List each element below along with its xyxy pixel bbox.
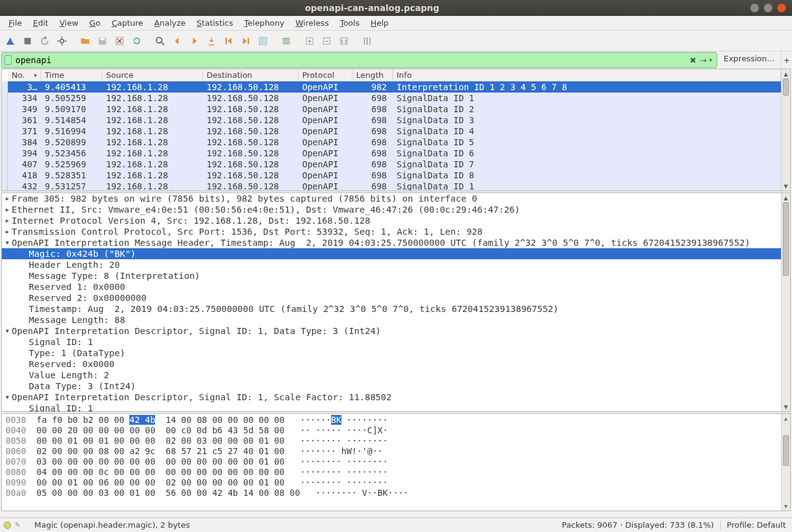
back-icon[interactable] (169, 33, 185, 49)
packet-list-scrollbar[interactable]: ▲▼ (781, 69, 790, 191)
detail-line[interactable]: Message Length: 88 (2, 314, 781, 325)
detail-line[interactable]: Reserved 1: 0x0000 (2, 281, 781, 292)
zoom-out-icon[interactable]: − (319, 33, 335, 49)
hex-row[interactable]: 0030 fa f0 b0 b2 00 00 42 4b 14 00 08 00… (6, 415, 777, 425)
save-icon[interactable] (94, 33, 110, 49)
forward-icon[interactable] (186, 33, 202, 49)
packet-row[interactable]: 4189.528351192.168.1.28192.168.50.128Ope… (8, 170, 781, 181)
menu-capture[interactable]: Capture (107, 17, 148, 29)
packet-list-body[interactable]: 3…9.405413192.168.1.28192.168.50.128Open… (8, 82, 781, 191)
display-filter-input[interactable] (14, 53, 687, 67)
menu-statistics[interactable]: Statistics (192, 17, 238, 29)
details-scrollbar[interactable]: ▲▼ (781, 193, 790, 411)
detail-line[interactable]: Ethernet II, Src: Vmware_e4:0e:51 (00:50… (2, 204, 781, 215)
colorize-icon[interactable] (278, 33, 294, 49)
resize-columns-icon[interactable] (359, 33, 375, 49)
hex-row[interactable]: 0090 00 00 01 00 06 00 00 00 02 00 00 00… (6, 477, 777, 488)
menu-help[interactable]: Help (365, 17, 394, 29)
maximize-button[interactable] (764, 4, 772, 12)
hex-row[interactable]: 0050 00 00 01 00 01 00 00 00 02 00 03 00… (6, 436, 777, 446)
hex-row[interactable]: 0060 02 00 00 00 08 00 a2 9c 68 57 21 c5… (6, 446, 777, 457)
apply-filter-icon[interactable]: → (700, 56, 707, 65)
svg-rect-0 (25, 37, 31, 44)
detail-line[interactable]: Value Length: 2 (2, 370, 781, 381)
packet-row[interactable]: 3849.520899192.168.1.28192.168.50.128Ope… (8, 137, 781, 148)
packet-details-body[interactable]: Frame 305: 982 bytes on wire (7856 bits)… (2, 193, 781, 411)
menu-edit[interactable]: Edit (28, 17, 53, 29)
detail-line[interactable]: OpenAPI Interpretation Descriptor, Signa… (2, 392, 781, 403)
svg-rect-20 (283, 37, 290, 39)
close-file-icon[interactable] (112, 33, 128, 49)
detail-line[interactable]: Internet Protocol Version 4, Src: 192.16… (2, 215, 781, 226)
stop-icon[interactable] (20, 33, 36, 49)
goto-last-icon[interactable] (238, 33, 254, 49)
col-header-destination[interactable]: Destination (203, 69, 299, 81)
detail-line[interactable]: OpenAPI Interpretation Message Header, T… (2, 237, 781, 248)
clear-filter-icon[interactable]: ✖ (690, 56, 696, 65)
hex-row[interactable]: 00a0 05 00 00 00 03 00 01 00 56 00 00 42… (6, 488, 777, 498)
menu-view[interactable]: View (55, 17, 83, 29)
minimize-button[interactable] (750, 4, 759, 12)
zoom-reset-icon[interactable]: 1:1 (336, 33, 352, 49)
packet-bytes-body[interactable]: 0030 fa f0 b0 b2 00 00 42 4b 14 00 08 00… (2, 414, 781, 511)
detail-line[interactable]: Signal ID: 1 (2, 403, 781, 411)
hex-row[interactable]: 0080 04 00 00 00 0c 00 00 00 00 00 00 00… (6, 467, 777, 477)
detail-line[interactable]: Magic: 0x424b ("BK") (2, 248, 781, 259)
col-header-protocol[interactable]: Protocol (299, 69, 352, 81)
menu-file[interactable]: File (4, 17, 27, 29)
menu-go[interactable]: Go (85, 17, 105, 29)
menu-wireless[interactable]: Wireless (291, 17, 333, 29)
col-header-length[interactable]: Length (352, 69, 393, 81)
packet-row[interactable]: 3619.514854192.168.1.28192.168.50.128Ope… (8, 115, 781, 126)
title-bar: openapi-can-analog.pcapng (0, 0, 792, 16)
detail-line[interactable]: Data Type: 3 (Int24) (2, 381, 781, 392)
detail-line[interactable]: Frame 305: 982 bytes on wire (7856 bits)… (2, 193, 781, 204)
edit-capture-comment-icon[interactable]: ✎ (15, 521, 23, 530)
detail-line[interactable]: OpenAPI Interpretation Descriptor, Signa… (2, 325, 781, 336)
detail-line[interactable]: Signal ID: 1 (2, 336, 781, 348)
filter-history-icon[interactable]: ▾ (709, 57, 712, 63)
restart-icon[interactable] (37, 33, 53, 49)
packet-list-header[interactable]: No.▾ Time Source Destination Protocol Le… (8, 69, 781, 82)
status-profile[interactable]: Profile: Default (720, 520, 792, 530)
menu-tools[interactable]: Tools (335, 17, 364, 29)
detail-line[interactable]: Transmission Control Protocol, Src Port:… (2, 226, 781, 237)
packet-row[interactable]: 3…9.405413192.168.1.28192.168.50.128Open… (8, 82, 781, 93)
bytes-scrollbar[interactable]: ▲▼ (781, 414, 790, 511)
menu-analyze[interactable]: Analyze (150, 17, 191, 29)
col-header-no[interactable]: No.▾ (8, 69, 41, 81)
packet-row[interactable]: 3499.509170192.168.1.28192.168.50.128Ope… (8, 104, 781, 115)
col-header-time[interactable]: Time (41, 69, 102, 81)
menu-telephony[interactable]: Telephony (239, 17, 289, 29)
detail-line[interactable]: Reserved 2: 0x00000000 (2, 292, 781, 303)
search-icon[interactable] (152, 33, 168, 49)
col-header-source[interactable]: Source (102, 69, 203, 81)
hex-row[interactable]: 0040 00 00 20 00 00 00 00 00 00 c0 0d b6… (6, 425, 777, 436)
folder-open-icon[interactable] (77, 33, 93, 49)
reload-icon[interactable] (129, 33, 145, 49)
detail-line[interactable]: Reserved: 0x0000 (2, 359, 781, 370)
add-filter-button[interactable]: + (781, 51, 792, 69)
bookmark-icon[interactable] (4, 55, 12, 65)
detail-line[interactable]: Timestamp: Aug 2, 2019 04:03:25.75000000… (2, 303, 781, 314)
col-header-info[interactable]: Info (393, 69, 781, 81)
packet-row[interactable]: 3949.523456192.168.1.28192.168.50.128Ope… (8, 148, 781, 159)
detail-line[interactable]: Message Type: 8 (Interpretation) (2, 270, 781, 281)
detail-line[interactable]: Type: 1 (DataType) (2, 348, 781, 359)
packet-row[interactable]: 4329.531257192.168.1.28192.168.50.128Ope… (8, 181, 781, 191)
packet-row[interactable]: 3719.516994192.168.1.28192.168.50.128Ope… (8, 126, 781, 137)
hex-row[interactable]: 0070 03 00 00 00 00 00 00 00 00 00 00 00… (6, 457, 777, 467)
expression-button[interactable]: Expression… (718, 51, 781, 69)
autoscroll-icon[interactable] (255, 33, 271, 49)
packet-row[interactable]: 4079.525969192.168.1.28192.168.50.128Ope… (8, 159, 781, 170)
expert-info-led[interactable] (4, 522, 11, 529)
close-window-button[interactable] (777, 4, 786, 12)
filter-input-wrap[interactable]: ✖ → ▾ (1, 52, 717, 68)
zoom-in-icon[interactable]: + (302, 33, 318, 49)
goto-first-icon[interactable] (221, 33, 237, 49)
gear-icon[interactable] (54, 33, 70, 49)
jump-icon[interactable] (204, 33, 219, 49)
shark-fin-icon[interactable] (2, 33, 18, 49)
packet-row[interactable]: 3349.505259192.168.1.28192.168.50.128Ope… (8, 93, 781, 104)
detail-line[interactable]: Header Length: 20 (2, 259, 781, 270)
